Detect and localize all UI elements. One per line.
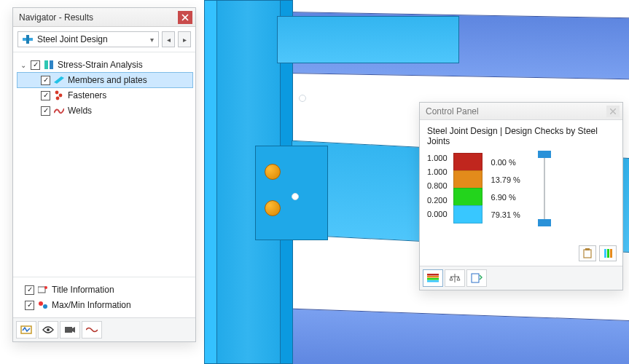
nav-next-button[interactable]: ▸ xyxy=(178,31,191,47)
maxmin-icon xyxy=(37,300,49,310)
percent-value: 79.31 % xyxy=(491,210,520,219)
column-flange-left xyxy=(204,0,217,364)
tick-value: 0.200 xyxy=(427,196,448,210)
slider-rail xyxy=(544,154,545,223)
legend-swatch[interactable] xyxy=(453,205,483,223)
option-maxmin-information[interactable]: Max/Min Information xyxy=(25,298,191,312)
checkbox[interactable] xyxy=(25,301,34,310)
steel-joint-icon xyxy=(23,35,33,44)
close-icon xyxy=(181,14,189,21)
navigator-toolbar xyxy=(13,317,195,341)
control-panel-titlebar[interactable]: Control Panel xyxy=(420,103,622,120)
tree-root-stress-strain[interactable]: ⌄ Stress-Strain Analysis xyxy=(17,58,192,72)
beam-top-front xyxy=(277,16,459,63)
legend-icon xyxy=(427,274,439,282)
option-title-information[interactable]: Title Information xyxy=(25,282,191,297)
navigator-bottom-options: Title Information Max/Min Information xyxy=(13,277,195,317)
slider-handle-max[interactable] xyxy=(538,151,551,158)
tree-item-members-plates[interactable]: Members and plates xyxy=(17,73,192,87)
nav-prev-button[interactable]: ◂ xyxy=(162,31,175,47)
svg-rect-23 xyxy=(427,278,439,280)
checkbox[interactable] xyxy=(25,285,34,295)
color-legend: 1.000 1.000 0.800 0.200 0.000 0.00 % 13.… xyxy=(427,154,615,223)
svg-point-11 xyxy=(43,304,47,309)
svg-rect-17 xyxy=(585,248,590,250)
svg-point-6 xyxy=(59,94,63,98)
tree-item-fasteners[interactable]: Fasteners xyxy=(17,88,192,103)
eye-icon xyxy=(42,325,54,334)
filter-tab-button[interactable] xyxy=(466,269,487,287)
views-button[interactable] xyxy=(16,321,36,339)
close-button[interactable] xyxy=(606,106,620,117)
svg-marker-4 xyxy=(54,76,64,84)
views-icon xyxy=(20,325,32,335)
svg-point-5 xyxy=(55,91,59,95)
svg-rect-24 xyxy=(427,280,439,282)
svg-rect-18 xyxy=(604,249,606,258)
fasteners-icon xyxy=(53,90,65,100)
welds-icon xyxy=(53,106,65,116)
factors-tab-button[interactable] xyxy=(445,269,465,287)
bolt-icon xyxy=(265,164,281,180)
end-plate xyxy=(255,146,328,240)
svg-rect-20 xyxy=(610,249,612,258)
checkbox[interactable] xyxy=(41,91,50,100)
svg-rect-2 xyxy=(44,60,48,69)
control-panel-toolbar xyxy=(420,266,622,290)
control-panel-heading: Steel Joint Design | Design Checks by St… xyxy=(427,126,615,146)
tick-value: 1.000 xyxy=(427,154,448,167)
svg-rect-25 xyxy=(472,274,479,282)
control-panel: Control Panel Steel Joint Design | Desig… xyxy=(419,102,623,290)
legend-swatch[interactable] xyxy=(453,188,483,206)
tree-item-welds[interactable]: Welds xyxy=(17,103,192,118)
checkbox[interactable] xyxy=(41,106,50,116)
deformation-button[interactable] xyxy=(82,321,102,339)
deformation-icon xyxy=(86,326,98,333)
expand-toggle-icon[interactable]: ⌄ xyxy=(19,61,28,69)
stress-strain-icon xyxy=(43,60,55,70)
chevron-down-icon: ▾ xyxy=(150,36,154,44)
tick-value: 0.800 xyxy=(427,181,448,195)
percent-value: 0.00 % xyxy=(491,158,520,167)
svg-point-13 xyxy=(47,328,50,331)
camera-button[interactable] xyxy=(60,321,80,339)
control-panel-title: Control Panel xyxy=(426,106,606,116)
svg-marker-15 xyxy=(72,327,75,333)
navigator-panel: Navigator - Results Steel Joint Design ▾… xyxy=(12,7,196,342)
scale-icon xyxy=(603,248,613,258)
navigator-title: Navigator - Results xyxy=(19,12,178,23)
tree-label: Stress-Strain Analysis xyxy=(58,60,143,70)
close-icon xyxy=(610,108,616,114)
close-button[interactable] xyxy=(178,11,192,24)
navigator-titlebar[interactable]: Navigator - Results xyxy=(13,8,195,27)
camera-icon xyxy=(64,325,76,334)
svg-rect-16 xyxy=(584,250,591,258)
checkbox[interactable] xyxy=(31,60,40,70)
svg-rect-22 xyxy=(427,276,439,278)
tree-label: Members and plates xyxy=(68,75,147,85)
visibility-button[interactable] xyxy=(38,321,58,339)
svg-rect-8 xyxy=(38,287,45,293)
legend-swatch[interactable] xyxy=(453,153,483,171)
range-slider[interactable] xyxy=(534,154,555,223)
bolt-icon xyxy=(265,200,281,216)
percent-value: 13.79 % xyxy=(491,175,520,184)
tree-label: Fasteners xyxy=(68,90,106,100)
legend-ticks: 1.000 1.000 0.800 0.200 0.000 xyxy=(427,154,448,223)
results-tree: ⌄ Stress-Strain Analysis Members and pla… xyxy=(13,52,195,277)
bolt-hole-icon xyxy=(299,95,306,102)
analysis-type-dropdown[interactable]: Steel Joint Design ▾ xyxy=(17,31,159,47)
members-plates-icon xyxy=(53,75,65,85)
tick-value: 0.000 xyxy=(427,210,448,223)
svg-point-10 xyxy=(39,301,43,306)
svg-rect-1 xyxy=(26,35,29,44)
clipboard-button[interactable] xyxy=(579,245,596,261)
navigator-dropdown-bar: Steel Joint Design ▾ ◂ ▸ xyxy=(13,27,195,52)
legend-tab-button[interactable] xyxy=(423,269,443,287)
slider-handle-min[interactable] xyxy=(538,219,551,226)
legend-extra-value xyxy=(427,228,615,238)
scale-settings-button[interactable] xyxy=(599,245,617,261)
legend-swatch[interactable] xyxy=(453,170,483,189)
checkbox[interactable] xyxy=(41,76,50,85)
filter-icon xyxy=(471,273,483,283)
